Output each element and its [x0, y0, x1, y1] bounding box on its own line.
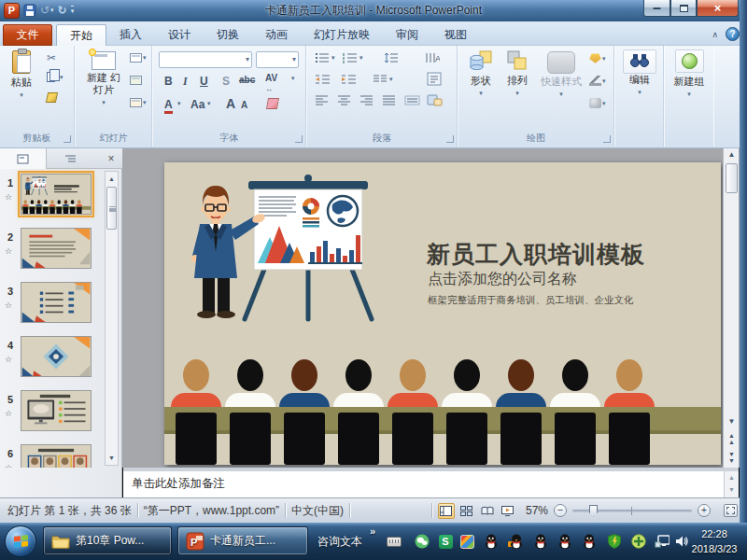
shape-effects-icon[interactable]: ▾ — [589, 98, 606, 108]
new-group-button[interactable]: 新建组 ▾ — [667, 49, 712, 100]
qq-penguin-briefcase-icon[interactable] — [508, 534, 523, 549]
font-color-dropdown-icon[interactable]: ▾ — [177, 100, 181, 107]
tab-outline[interactable] — [47, 148, 93, 169]
toolbar-overflow-icon[interactable]: » — [370, 525, 375, 537]
tab-view[interactable]: 视图 — [431, 24, 480, 46]
close-button[interactable]: × — [697, 0, 739, 17]
safety-plus-icon[interactable] — [631, 534, 646, 549]
tab-file[interactable]: 文件 — [3, 24, 52, 46]
animation-star-icon[interactable]: ☆ — [5, 355, 12, 364]
minimize-button[interactable]: – — [643, 0, 670, 17]
underline-button[interactable]: U — [200, 75, 208, 88]
normal-view-button[interactable] — [438, 503, 455, 519]
notes-placeholder[interactable]: 单击此处添加备注 — [132, 476, 225, 492]
italic-button[interactable]: I — [183, 75, 188, 89]
clipboard-dialog-launcher[interactable] — [63, 135, 71, 143]
language-status[interactable]: 中文(中国) — [291, 503, 344, 519]
distribute-icon[interactable] — [404, 95, 420, 105]
shapes-button[interactable]: 形状 ▾ — [463, 49, 499, 99]
taskbar-toolbar-text[interactable]: 咨询文本 — [317, 534, 362, 550]
scroll-down-icon[interactable]: ▼ — [725, 417, 739, 426]
align-center-icon[interactable] — [337, 95, 351, 105]
zoom-level[interactable]: 57% — [526, 504, 548, 517]
font-color-button[interactable]: A — [164, 98, 173, 114]
change-case-button[interactable]: Aa — [190, 98, 204, 111]
language-keyboard-icon[interactable] — [387, 534, 402, 549]
quick-styles-button[interactable]: 快速样式 ▾ — [537, 49, 585, 100]
decrease-indent-icon[interactable] — [315, 74, 331, 85]
copy-icon[interactable]: ▾ — [47, 70, 63, 84]
line-spacing-icon[interactable] — [384, 52, 399, 63]
taskbar-clock[interactable]: 22:28 2018/3/23 — [685, 526, 743, 556]
align-left-icon[interactable] — [315, 95, 329, 105]
tab-insert[interactable]: 插入 — [106, 24, 155, 46]
slide-caption[interactable]: 框架完整适用于商务培训、员工培训、企业文化 — [428, 294, 634, 307]
slide-title[interactable]: 新员工入职培训模板 — [427, 239, 645, 270]
maximize-button[interactable] — [670, 0, 697, 17]
tab-home[interactable]: 开始 — [56, 24, 106, 46]
previous-slide-icon[interactable]: ▲▲ — [725, 432, 739, 445]
tab-design[interactable]: 设计 — [155, 24, 204, 46]
align-right-icon[interactable] — [359, 95, 374, 105]
taskbar-app-powerpoint[interactable]: P 卡通新员工... — [177, 526, 308, 555]
columns-icon[interactable] — [373, 74, 388, 85]
text-direction-icon[interactable]: A — [425, 52, 440, 63]
wechat-tray-icon[interactable] — [415, 534, 430, 549]
reset-slide-icon[interactable] — [130, 76, 142, 85]
cut-icon[interactable]: ✂ — [47, 51, 56, 64]
panel-scrollbar-thumb[interactable] — [106, 187, 117, 230]
scroll-up-icon[interactable]: ▲ — [106, 173, 118, 185]
convert-smartart-icon[interactable] — [427, 93, 444, 106]
shape-fill-icon[interactable]: ▾ — [589, 53, 606, 63]
animation-star-icon[interactable]: ☆ — [5, 246, 12, 256]
paragraph-dialog-launcher[interactable] — [446, 135, 454, 143]
scroll-up-icon[interactable]: ▲ — [725, 150, 739, 159]
tab-animations[interactable]: 动画 — [252, 24, 301, 46]
zoom-slider-thumb[interactable] — [589, 505, 598, 517]
slide-canvas[interactable]: 新员工入职培训模板 点击添加您的公司名称 框架完整适用于商务培训、员工培训、企业… — [164, 162, 721, 465]
justify-icon[interactable] — [382, 95, 396, 105]
layout-icon[interactable]: ▾ — [130, 53, 147, 63]
qq-penguin-icon[interactable] — [533, 534, 548, 549]
change-case-dropdown-icon[interactable]: ▾ — [207, 100, 211, 107]
start-button[interactable] — [5, 525, 36, 557]
slideshow-view-button[interactable] — [500, 503, 516, 519]
help-button[interactable]: ? — [726, 27, 740, 41]
tab-slides-thumbnails[interactable] — [0, 148, 47, 169]
columns-dropdown-icon[interactable]: ▾ — [389, 76, 393, 83]
align-text-icon[interactable] — [427, 72, 443, 86]
tab-transitions[interactable]: 切换 — [204, 24, 252, 46]
drawing-dialog-launcher[interactable] — [603, 135, 611, 143]
next-slide-icon[interactable]: ▼▼ — [725, 451, 739, 464]
grow-font-button[interactable]: A — [226, 96, 235, 111]
animation-star-icon[interactable]: ☆ — [5, 192, 12, 202]
slide-thumbnail-2[interactable] — [21, 228, 93, 271]
zoom-in-button[interactable]: + — [698, 504, 711, 517]
zoom-slider[interactable] — [572, 510, 692, 512]
bullets-dropdown-icon[interactable]: ▾ — [331, 54, 335, 62]
clear-formatting-icon[interactable] — [266, 98, 279, 109]
numbering-dropdown-icon[interactable]: ▾ — [359, 54, 363, 62]
slide-thumbnail-4[interactable] — [21, 336, 93, 379]
main-scrollbar-thumb[interactable] — [726, 163, 738, 193]
shrink-font-button[interactable]: A — [241, 100, 247, 110]
qq-penguin-icon[interactable] — [557, 534, 572, 549]
character-spacing-button[interactable]: AV↔ — [265, 73, 277, 93]
main-scrollbar[interactable]: ▲ ▼ ▲▲ ▼▼ — [723, 148, 739, 468]
notes-scrollbar[interactable]: ▲ ▼ — [724, 471, 739, 497]
antivirus-shield-icon[interactable] — [607, 534, 622, 549]
panel-scrollbar[interactable]: ▲ ▼ — [105, 171, 119, 466]
slide-subtitle[interactable]: 点击添加您的公司名称 — [428, 270, 577, 289]
font-dialog-launcher[interactable] — [295, 135, 303, 143]
scroll-up-icon[interactable]: ▲ — [728, 474, 735, 481]
qq-penguin-icon[interactable] — [582, 534, 597, 549]
section-icon[interactable]: ▾ — [130, 98, 147, 107]
network-icon[interactable] — [655, 534, 669, 549]
tab-review[interactable]: 审阅 — [383, 24, 431, 46]
increase-indent-icon[interactable] — [341, 74, 357, 85]
strikethrough-button[interactable]: abc — [239, 75, 255, 85]
s-app-tray-icon[interactable]: S — [438, 534, 453, 549]
slide-thumbnail-1[interactable] — [21, 174, 93, 217]
bullets-icon[interactable] — [315, 52, 330, 63]
scroll-down-icon[interactable]: ▼ — [106, 452, 118, 464]
